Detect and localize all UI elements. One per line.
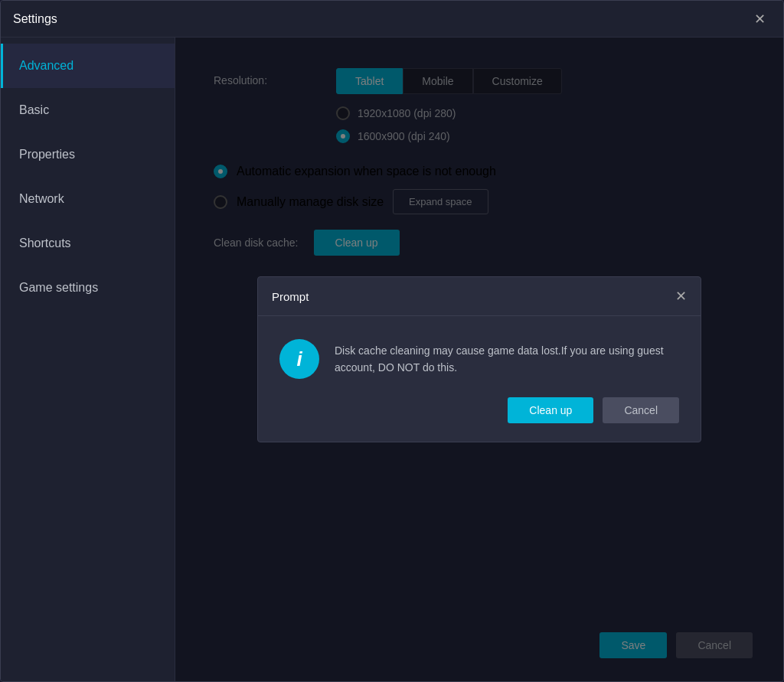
title-bar: Settings ✕: [1, 1, 783, 38]
content-area: Advanced Basic Properties Network Shortc…: [1, 38, 783, 681]
prompt-cleanup-button[interactable]: Clean up: [508, 397, 593, 423]
window-close-button[interactable]: ✕: [748, 8, 771, 31]
sidebar-item-advanced[interactable]: Advanced: [1, 44, 175, 88]
prompt-title: Prompt: [272, 290, 675, 303]
prompt-dialog: Prompt ✕ i Disk cache cleaning may cause…: [257, 276, 701, 442]
settings-window: Settings ✕ Advanced Basic Properties Net…: [0, 0, 784, 682]
prompt-message: Disk cache cleaning may cause game data …: [335, 339, 679, 377]
sidebar-item-network[interactable]: Network: [1, 177, 175, 221]
info-icon: i: [279, 339, 319, 379]
main-panel: Resolution: Tablet Mobile Customize 1920…: [175, 38, 783, 681]
sidebar-item-game-settings[interactable]: Game settings: [1, 266, 175, 310]
prompt-close-button[interactable]: ✕: [675, 288, 687, 305]
prompt-body: i Disk cache cleaning may cause game dat…: [258, 316, 701, 397]
prompt-title-bar: Prompt ✕: [258, 277, 701, 316]
window-title: Settings: [13, 12, 748, 26]
prompt-cancel-button[interactable]: Cancel: [603, 397, 679, 423]
sidebar-item-basic[interactable]: Basic: [1, 88, 175, 132]
sidebar-item-properties[interactable]: Properties: [1, 132, 175, 177]
sidebar-item-shortcuts[interactable]: Shortcuts: [1, 221, 175, 266]
prompt-actions: Clean up Cancel: [258, 397, 701, 442]
modal-overlay: Prompt ✕ i Disk cache cleaning may cause…: [175, 38, 783, 681]
sidebar: Advanced Basic Properties Network Shortc…: [1, 38, 175, 681]
